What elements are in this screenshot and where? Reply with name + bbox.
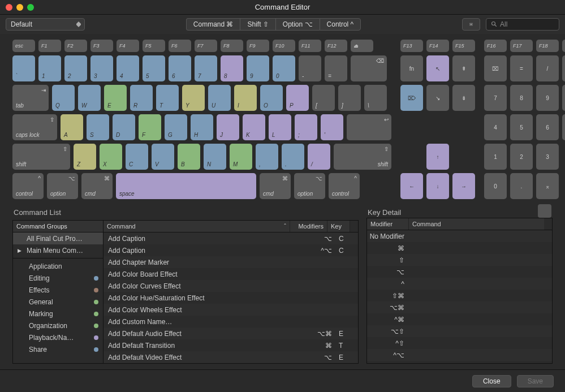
key-4[interactable]: 4 (484, 114, 507, 140)
key-cmd[interactable]: cmd⌘ (81, 173, 113, 199)
key-detail-row[interactable]: ⌘ (367, 242, 552, 254)
key-z[interactable]: Z (74, 144, 96, 170)
key-f14[interactable]: F14 (426, 40, 449, 52)
key-o[interactable]: O (260, 85, 283, 111)
key-h[interactable]: H (191, 114, 213, 140)
key-detail-row[interactable]: ^⇧ (367, 337, 552, 349)
command-row[interactable]: Add Chapter Marker (103, 256, 358, 268)
key-[interactable]: - (562, 85, 565, 111)
key-f6[interactable]: F6 (169, 40, 191, 52)
key-[interactable]: ] (338, 85, 361, 111)
command-row[interactable]: Add Color Hue/Saturation Effect (103, 292, 358, 304)
key-f5[interactable]: F5 (143, 40, 165, 52)
key-[interactable]: ⇟ (452, 85, 475, 111)
modifier-option-button[interactable]: Option ⌥ (275, 18, 320, 31)
key-[interactable]: . (282, 144, 304, 170)
key-g[interactable]: G (165, 114, 187, 140)
group-row[interactable]: Marking (13, 308, 103, 320)
key-f[interactable]: F (139, 114, 161, 140)
command-row[interactable]: Add Default Audio Effect⌥⌘E (103, 328, 358, 339)
key-y[interactable]: Y (182, 85, 205, 111)
search-field[interactable]: All (486, 18, 559, 31)
group-row[interactable]: All Final Cut Pro… (13, 232, 103, 244)
key-v[interactable]: V (152, 144, 174, 170)
key-f11[interactable]: F11 (299, 40, 321, 52)
key-2[interactable]: 2 (510, 144, 533, 170)
key-p[interactable]: P (286, 85, 309, 111)
key-n[interactable]: N (204, 144, 226, 170)
modifiers-column-header[interactable]: Modifiers (290, 221, 327, 232)
close-button[interactable]: Close (472, 375, 511, 387)
key-u[interactable]: U (208, 85, 231, 111)
key-3[interactable]: 3 (90, 55, 113, 81)
key-f15[interactable]: F15 (452, 40, 475, 52)
key-return[interactable]: ↩ (347, 114, 391, 140)
detail-command-column-header[interactable]: Command (409, 218, 544, 230)
command-row[interactable]: Add Color Curves Effect (103, 280, 358, 292)
group-row[interactable]: Playback/Na… (13, 331, 103, 343)
key-7[interactable]: 7 (195, 55, 217, 81)
key-[interactable]: . (510, 173, 533, 199)
key-[interactable]: - (299, 55, 321, 81)
key-[interactable]: / (308, 144, 330, 170)
group-row[interactable]: General (13, 296, 103, 308)
command-row[interactable]: Add Default Transition⌘T (103, 339, 358, 351)
key-e[interactable]: E (104, 85, 127, 111)
key-b[interactable]: B (178, 144, 200, 170)
group-row[interactable]: ▶Main Menu Com… (13, 244, 103, 256)
key-column-header[interactable]: Key (327, 221, 350, 232)
key-[interactable]: + (562, 114, 565, 140)
key-detail-row[interactable]: ^ (367, 278, 552, 290)
save-button[interactable]: Save (517, 375, 554, 387)
zoom-window-icon[interactable] (27, 4, 34, 11)
key-[interactable]: \ (364, 85, 387, 111)
key-[interactable]: ⇞ (452, 55, 475, 81)
key-a[interactable]: A (61, 114, 83, 140)
modifier-column-header[interactable]: Modifier (367, 218, 409, 230)
key-[interactable]: / (536, 55, 559, 81)
key-[interactable]: ⌦ (400, 85, 423, 111)
key-detail-row[interactable]: ⌥⌘ (367, 301, 552, 313)
key-delete[interactable]: ⌫ (351, 55, 387, 81)
modifier-control-button[interactable]: Control ^ (320, 18, 361, 31)
key-s[interactable]: S (87, 114, 109, 140)
key-f9[interactable]: F9 (247, 40, 269, 52)
key-5[interactable]: 5 (510, 114, 533, 140)
key-f16[interactable]: F16 (484, 40, 507, 52)
key-[interactable]: * (562, 55, 565, 81)
key-q[interactable]: Q (52, 85, 75, 111)
key-[interactable]: ⌧ (484, 55, 507, 81)
key-[interactable]: = (325, 55, 347, 81)
key-6[interactable]: 6 (536, 114, 559, 140)
group-row[interactable]: Share (13, 343, 103, 355)
key-8[interactable]: 8 (510, 85, 533, 111)
key-3[interactable]: 3 (536, 144, 559, 170)
command-row[interactable]: Add Color Board Effect (103, 268, 358, 280)
command-row[interactable]: Add Caption^⌥C (103, 244, 358, 256)
key-[interactable]: ↑ (426, 144, 449, 170)
keyboard-layout-button[interactable] (462, 18, 480, 31)
key-0[interactable]: 0 (273, 55, 295, 81)
key-t[interactable]: T (156, 85, 179, 111)
command-row[interactable]: Add Color Wheels Effect (103, 304, 358, 316)
key-7[interactable]: 7 (484, 85, 507, 111)
key-9[interactable]: 9 (247, 55, 269, 81)
key-capslock[interactable]: caps lock⇪ (12, 114, 57, 140)
key-f3[interactable]: F3 (90, 40, 113, 52)
key-f8[interactable]: F8 (221, 40, 243, 52)
key-control[interactable]: control^ (12, 173, 44, 199)
preset-select[interactable]: Default (6, 18, 85, 31)
key-[interactable]: ↘ (426, 85, 449, 111)
key-x[interactable]: X (100, 144, 122, 170)
key-2[interactable]: 2 (64, 55, 87, 81)
key-detail-row[interactable]: ⌥⇧ (367, 325, 552, 337)
group-row[interactable]: Effects (13, 284, 103, 296)
key-d[interactable]: D (113, 114, 135, 140)
key-[interactable]: [ (312, 85, 335, 111)
minimize-window-icon[interactable] (16, 4, 23, 11)
key-9[interactable]: 9 (536, 85, 559, 111)
key-[interactable]: ⏏ (351, 40, 373, 52)
key-l[interactable]: L (269, 114, 291, 140)
key-0[interactable]: 0 (484, 173, 507, 199)
command-column-header[interactable]: Command ˆ (103, 221, 290, 232)
